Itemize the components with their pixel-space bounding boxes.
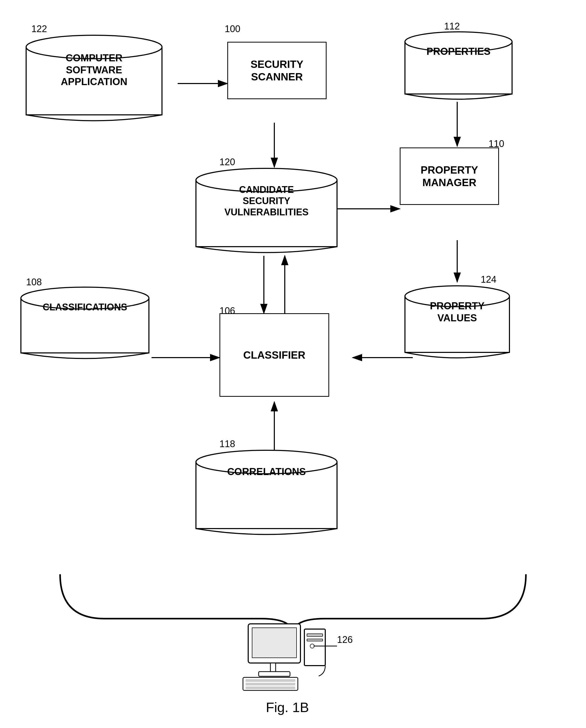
correlations-node: CORRELATIONS: [191, 448, 342, 542]
computer-software-app-label: COMPUTERSOFTWAREAPPLICATION: [21, 52, 167, 88]
svg-rect-27: [259, 672, 290, 676]
computer-icon: [240, 621, 335, 694]
ref-126-line: [314, 642, 345, 650]
diagram-container: 122 COMPUTERSOFTWAREAPPLICATION 100 SECU…: [0, 0, 586, 728]
svg-rect-30: [307, 639, 323, 641]
security-scanner-label: SECURITYSCANNER: [250, 58, 303, 83]
correlations-label: CORRELATIONS: [191, 466, 342, 478]
svg-rect-26: [270, 663, 276, 672]
classifier-box: CLASSIFIER: [219, 313, 329, 397]
classifications-node: CLASSIFICATIONS: [16, 285, 154, 365]
computer-software-app-node: COMPUTERSOFTWAREAPPLICATION: [21, 31, 167, 131]
csv-node: CANDIDATESECURITYVULNERABILITIES: [191, 166, 342, 260]
csv-label: CANDIDATESECURITYVULNERABILITIES: [191, 184, 342, 218]
svg-rect-33: [246, 679, 295, 682]
properties-node: PROPERTIES: [400, 29, 517, 107]
property-manager-label: PROPERTYMANAGER: [421, 164, 478, 189]
classifier-label: CLASSIFIER: [243, 349, 306, 361]
svg-rect-29: [307, 634, 323, 636]
property-values-node: PROPERTYVALUES: [400, 282, 515, 365]
ref-100: 100: [225, 24, 240, 34]
svg-rect-34: [246, 683, 295, 685]
security-scanner-box: SECURITYSCANNER: [227, 42, 326, 99]
svg-rect-35: [246, 686, 295, 689]
classifications-label: CLASSIFICATIONS: [16, 302, 154, 313]
svg-rect-25: [252, 628, 296, 658]
properties-label: PROPERTIES: [400, 46, 517, 58]
fig-caption: Fig. 1B: [235, 700, 340, 715]
property-values-label: PROPERTYVALUES: [400, 300, 515, 324]
property-manager-box: PROPERTYMANAGER: [400, 148, 499, 205]
